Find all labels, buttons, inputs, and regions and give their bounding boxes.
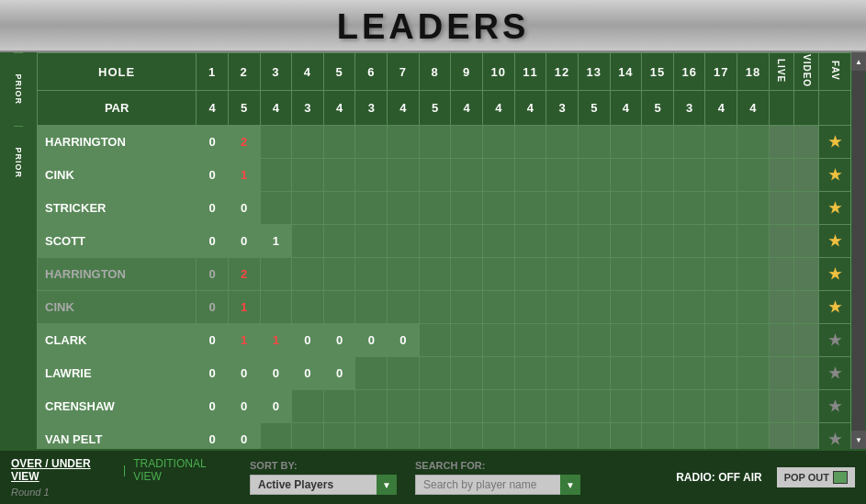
star-icon[interactable]: ★ [828, 200, 841, 216]
score-cell [546, 291, 579, 324]
scroll-track [852, 71, 865, 431]
score-cell [705, 291, 737, 324]
popout-button[interactable]: POP OUT [777, 467, 855, 487]
star-icon[interactable]: ★ [828, 167, 841, 183]
p10: 4 [483, 91, 515, 126]
score-cell [323, 159, 355, 192]
p2: 5 [228, 91, 260, 126]
score-cell: 1 [260, 324, 292, 357]
scoreboard: PRIOR PRIOR HOLE 1 2 3 [0, 52, 866, 449]
star-icon[interactable]: ★ [828, 134, 841, 150]
radio-status: RADIO: OFF AIR [676, 471, 762, 484]
score-cell: 0 [197, 258, 229, 291]
scores-table: HOLE 1 2 3 4 5 6 7 8 9 10 11 12 13 14 15 [37, 52, 851, 449]
score-cell [355, 225, 388, 258]
fav-cell[interactable]: ★ [819, 357, 851, 390]
score-cell: 0 [197, 192, 229, 225]
fav-cell[interactable]: ★ [819, 390, 851, 423]
player-name: STRICKER [38, 192, 197, 225]
score-cell [737, 390, 770, 423]
score-cell: 0 [197, 423, 229, 449]
sort-select[interactable]: Active Players [250, 475, 397, 495]
score-cell [642, 390, 674, 423]
fav-cell[interactable]: ★ [819, 258, 851, 291]
score-cell [483, 258, 515, 291]
score-cell [737, 291, 770, 324]
score-cell [546, 423, 579, 449]
score-cell: 0 [388, 324, 420, 357]
score-cell [578, 159, 610, 192]
video-cell [793, 390, 818, 423]
over-under-view-link[interactable]: OVER / UNDER VIEW [11, 457, 116, 483]
h8: 8 [419, 53, 451, 91]
scroll-up-button[interactable]: ▲ [851, 52, 866, 71]
score-cell [451, 324, 483, 357]
score-cell [451, 258, 483, 291]
score-cell [419, 225, 451, 258]
search-input-wrapper: ▼ [415, 475, 580, 495]
score-cell [610, 192, 642, 225]
star-icon[interactable]: ★ [828, 365, 841, 381]
traditional-view-link[interactable]: TRADITIONAL VIEW [133, 457, 231, 483]
table-row: VAN PELT00★ [38, 423, 851, 449]
table-row: SCOTT001★ [38, 225, 851, 258]
score-cell [578, 225, 610, 258]
score-cell: 0 [197, 291, 229, 324]
fav-cell[interactable]: ★ [819, 225, 851, 258]
star-icon[interactable]: ★ [828, 398, 841, 414]
score-cell [546, 159, 579, 192]
player-name: CINK [38, 291, 197, 324]
h2: 2 [228, 53, 260, 91]
score-cell [642, 159, 674, 192]
player-rows: HARRINGTON02★CINK01★STRICKER00★SCOTT001★… [38, 126, 851, 449]
fav-cell[interactable]: ★ [819, 126, 851, 159]
score-cell [514, 423, 546, 449]
score-cell [388, 390, 420, 423]
scroll-down-button[interactable]: ▼ [851, 431, 866, 449]
score-cell [610, 258, 642, 291]
score-cell [673, 126, 705, 159]
score-cell [388, 225, 420, 258]
search-input[interactable] [415, 475, 580, 495]
score-cell [578, 390, 610, 423]
p5: 4 [323, 91, 355, 126]
score-cell [483, 357, 515, 390]
score-cell [610, 423, 642, 449]
star-icon[interactable]: ★ [828, 299, 841, 315]
fav-cell[interactable]: ★ [819, 423, 851, 449]
fav-cell[interactable]: ★ [819, 159, 851, 192]
fav-cell[interactable]: ★ [819, 291, 851, 324]
score-cell [419, 357, 451, 390]
score-cell [355, 258, 388, 291]
score-cell [514, 324, 546, 357]
p6: 3 [355, 91, 388, 126]
score-cell [419, 126, 451, 159]
live-cell [769, 423, 793, 449]
score-cell: 0 [197, 126, 229, 159]
scrollbar[interactable]: ▲ ▼ [851, 52, 866, 449]
score-cell [451, 225, 483, 258]
star-icon[interactable]: ★ [828, 266, 841, 282]
h6: 6 [355, 53, 388, 91]
star-icon[interactable]: ★ [828, 431, 841, 447]
table-row: HARRINGTON02★ [38, 126, 851, 159]
score-cell [705, 390, 737, 423]
player-name: CLARK [38, 324, 197, 357]
prior-label-column: PRIOR PRIOR [0, 52, 37, 449]
star-icon[interactable]: ★ [828, 233, 841, 249]
h4: 4 [292, 53, 324, 91]
table-container: HOLE 1 2 3 4 5 6 7 8 9 10 11 12 13 14 15 [37, 52, 851, 449]
h12: 12 [546, 53, 579, 91]
score-cell [705, 324, 737, 357]
score-cell [737, 192, 770, 225]
fav-cell[interactable]: ★ [819, 192, 851, 225]
score-cell [514, 357, 546, 390]
score-cell [673, 390, 705, 423]
score-cell [483, 390, 515, 423]
star-icon[interactable]: ★ [828, 332, 841, 348]
score-cell [388, 159, 420, 192]
score-cell [355, 126, 388, 159]
score-cell [419, 291, 451, 324]
fav-cell[interactable]: ★ [819, 324, 851, 357]
table-row: CINK01★ [38, 291, 851, 324]
